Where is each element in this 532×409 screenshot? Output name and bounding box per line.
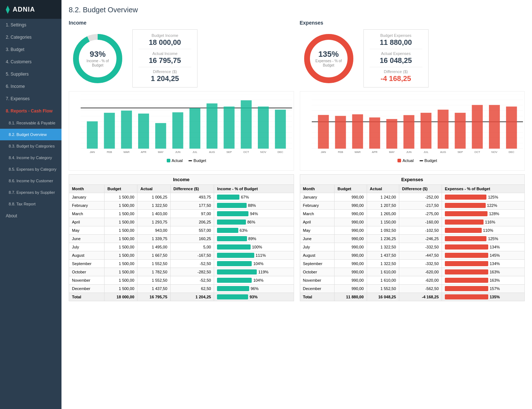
cell-actual: 1 265,00 bbox=[367, 210, 399, 218]
cell-budget: 990,00 bbox=[335, 243, 367, 251]
cell-budget: 1 500,00 bbox=[105, 193, 137, 201]
cell-actual: 1 322,50 bbox=[367, 243, 399, 251]
expenses-donut: 135% Expenses - % of Budget bbox=[300, 30, 358, 88]
income-legend-budget: Budget bbox=[188, 158, 206, 163]
diff-expenses-value: -4 168,25 bbox=[370, 74, 422, 83]
table-row: November 990,00 1 610,00 -620,00 163% bbox=[300, 276, 525, 285]
svg-rect-41 bbox=[224, 107, 234, 149]
cell-actual: 1 782,50 bbox=[137, 268, 170, 276]
cell-pct: 125% bbox=[442, 193, 525, 201]
cell-month: February bbox=[69, 201, 105, 210]
cell-month: October bbox=[300, 268, 335, 276]
cell-budget: 990,00 bbox=[335, 260, 367, 268]
cell-diff: 493,75 bbox=[170, 193, 214, 201]
cell-month: August bbox=[69, 251, 105, 260]
sidebar-item-expenses[interactable]: 7. Expenses bbox=[0, 93, 61, 105]
sidebar-item-budget-overview[interactable]: 8.2. Budget Overview bbox=[0, 129, 61, 140]
cell-actual: 1 293,75 bbox=[137, 218, 170, 226]
table-row: June 1 500,00 1 339,75 160,25 89% bbox=[69, 235, 294, 243]
svg-text:DEC: DEC bbox=[277, 150, 283, 154]
expenses-legend-budget: Budget bbox=[420, 158, 437, 163]
cell-diff: -562,50 bbox=[399, 285, 442, 293]
table-row: March 990,00 1 265,00 -275,00 128% bbox=[300, 210, 525, 218]
expenses-section: Expenses 135% Expenses - % of Budget Bud bbox=[300, 20, 525, 301]
cell-pct: 145% bbox=[442, 251, 525, 260]
sidebar-item-income-customer[interactable]: 8.6. Income by Customer bbox=[0, 175, 61, 187]
cell-pct: 125% bbox=[442, 235, 525, 243]
cell-diff: -252,00 bbox=[399, 193, 442, 201]
table-total-row: Total 18 000,00 16 795,75 1 204,25 93% bbox=[69, 293, 294, 301]
cell-total-month: Total bbox=[300, 293, 335, 301]
table-total-row: Total 11 880,00 16 048,25 -4 168,25 135% bbox=[300, 293, 525, 301]
table-row: November 1 500,00 1 552,50 -52,50 104% bbox=[69, 276, 294, 285]
th-actual-exp: Actual bbox=[367, 185, 399, 193]
sidebar-item-budget[interactable]: 3. Budget bbox=[0, 43, 61, 56]
cell-total-month: Total bbox=[69, 293, 105, 301]
cell-budget: 1 500,00 bbox=[105, 268, 137, 276]
cell-budget: 1 500,00 bbox=[105, 251, 137, 260]
budget-line bbox=[188, 160, 192, 161]
cell-budget: 990,00 bbox=[335, 235, 367, 243]
cell-budget: 990,00 bbox=[335, 218, 367, 226]
actual-dot bbox=[167, 159, 170, 162]
cell-month: May bbox=[300, 226, 335, 235]
sidebar-item-tax-report[interactable]: 8.8. Tax Report bbox=[0, 198, 61, 210]
table-row: April 990,00 1 150,00 -160,00 116% bbox=[300, 218, 525, 226]
table-row: September 1 500,00 1 552,50 -52,50 104% bbox=[69, 260, 294, 268]
svg-text:JAN: JAN bbox=[321, 150, 326, 154]
sidebar-item-customers[interactable]: 4. Customers bbox=[0, 56, 61, 68]
svg-text:MAY: MAY bbox=[389, 150, 395, 154]
cell-diff: -275,00 bbox=[399, 210, 442, 218]
cell-pct: 116% bbox=[442, 218, 525, 226]
cell-month: June bbox=[69, 235, 105, 243]
sidebar-item-expenses-category[interactable]: 8.5. Expenses by Category bbox=[0, 163, 61, 175]
sidebar-item-about[interactable]: About bbox=[0, 210, 61, 222]
svg-text:AUG: AUG bbox=[440, 150, 446, 154]
sidebar-item-budget-categories[interactable]: 8.3. Budget by Categories bbox=[0, 140, 61, 152]
cell-actual: 1 403,00 bbox=[137, 210, 170, 218]
sidebar-item-categories[interactable]: 2. Categories bbox=[0, 31, 61, 43]
sidebar-item-income-category[interactable]: 8.4. Income by Category bbox=[0, 152, 61, 163]
cell-total-pct: 135% bbox=[442, 293, 525, 301]
income-chart: 0200400600800100012001400160018002000JAN… bbox=[69, 91, 294, 171]
cell-budget: 990,00 bbox=[335, 193, 367, 201]
sidebar-item-settings[interactable]: 1. Settings bbox=[0, 19, 61, 31]
cell-diff: 62,50 bbox=[170, 285, 214, 293]
svg-rect-90 bbox=[455, 113, 465, 149]
svg-rect-78 bbox=[352, 114, 363, 149]
actual-income-value: 16 795,75 bbox=[139, 56, 191, 65]
svg-rect-74 bbox=[318, 115, 329, 149]
expenses-summary: 135% Expenses - % of Budget Budget Expen… bbox=[300, 29, 525, 88]
cell-pct: 94% bbox=[214, 210, 294, 218]
cell-total-diff: 1 204,25 bbox=[170, 293, 214, 301]
cell-actual: 1 667,50 bbox=[137, 251, 170, 260]
sidebar-item-suppliers[interactable]: 5. Suppliers bbox=[0, 68, 61, 80]
svg-rect-35 bbox=[173, 112, 183, 149]
cell-budget: 1 500,00 bbox=[105, 201, 137, 210]
cell-budget: 990,00 bbox=[335, 226, 367, 235]
cell-pct: 89% bbox=[214, 235, 294, 243]
cell-actual: 1 610,00 bbox=[367, 268, 399, 276]
table-row: March 1 500,00 1 403,00 97,00 94% bbox=[69, 210, 294, 218]
cell-actual: 1 006,25 bbox=[137, 193, 170, 201]
svg-text:DEC: DEC bbox=[508, 150, 514, 154]
cell-diff: -167,50 bbox=[170, 251, 214, 260]
svg-text:AUG: AUG bbox=[209, 150, 215, 154]
svg-text:JUL: JUL bbox=[192, 150, 197, 154]
main-content: 8.2. Budget Overview Income 93% Income -… bbox=[61, 0, 532, 409]
cell-month: December bbox=[300, 285, 335, 293]
cell-diff: -52,50 bbox=[170, 260, 214, 268]
cell-budget: 1 500,00 bbox=[105, 243, 137, 251]
sidebar-item-receivable-payable[interactable]: 8.1. Receivable & Payable bbox=[0, 117, 61, 129]
svg-text:NOV: NOV bbox=[260, 150, 267, 154]
sidebar-item-income[interactable]: 6. Income bbox=[0, 80, 61, 93]
sidebar-item-expenses-supplier[interactable]: 8.7. Expenses by Supplier bbox=[0, 187, 61, 198]
cell-diff: -332,50 bbox=[399, 243, 442, 251]
exp-budget-line bbox=[420, 160, 423, 161]
svg-text:NOV: NOV bbox=[491, 150, 497, 154]
cell-month: December bbox=[69, 285, 105, 293]
svg-rect-39 bbox=[207, 103, 217, 149]
svg-rect-76 bbox=[335, 116, 346, 149]
sidebar-item-reports-cashflow[interactable]: 8. Reports - Cash Flow bbox=[0, 105, 61, 117]
expenses-table: Expenses Month Budget Actual Difference … bbox=[300, 174, 525, 301]
